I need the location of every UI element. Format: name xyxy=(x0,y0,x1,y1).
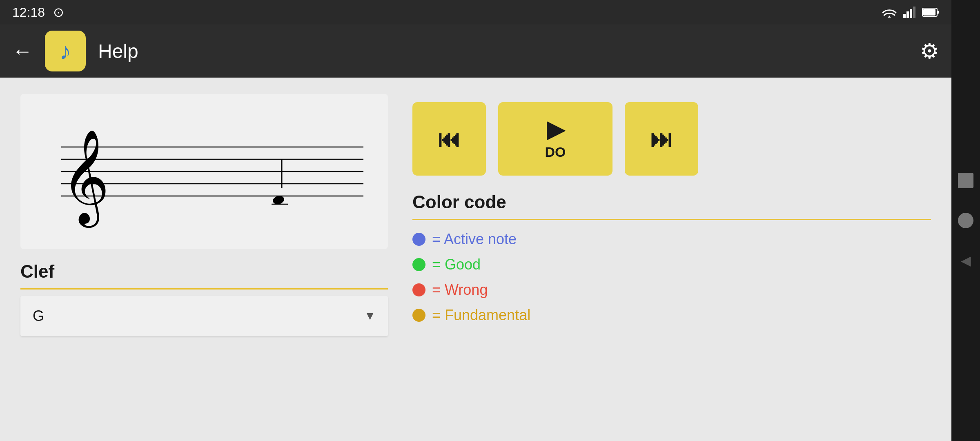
right-panel: ⏮ ▶ DO ⏭ Color code = Active note xyxy=(412,94,931,425)
label-fundamental: = Fundamental xyxy=(432,307,530,324)
main-screen: 12:18 ⊙ ← xyxy=(0,0,951,441)
label-active: = Active note xyxy=(432,231,517,248)
dot-fundamental xyxy=(412,309,425,322)
label-wrong: = Wrong xyxy=(432,281,488,298)
label-good: = Good xyxy=(432,256,481,273)
status-time: 12:18 xyxy=(12,5,45,20)
color-code-divider xyxy=(412,219,931,220)
left-panel: 𝄞 Clef G ▼ xyxy=(20,94,388,425)
next-icon: ⏭ xyxy=(650,126,673,152)
next-button[interactable]: ⏭ xyxy=(625,102,698,176)
back-button[interactable]: ← xyxy=(12,39,33,63)
android-nav: ◀ xyxy=(951,0,980,441)
status-bar: 12:18 ⊙ xyxy=(0,0,951,24)
signal-icon xyxy=(903,7,915,18)
svg-rect-2 xyxy=(910,9,912,18)
main-content: 𝄞 Clef G ▼ xyxy=(0,78,951,441)
color-code-items: = Active note = Good = Wrong = Fundament… xyxy=(412,227,931,324)
status-left: 12:18 ⊙ xyxy=(12,4,64,20)
music-staff: 𝄞 xyxy=(29,110,380,233)
color-code-title: Color code xyxy=(412,192,931,212)
color-item-wrong: = Wrong xyxy=(412,281,931,298)
app-bar: ← ♪ Help xyxy=(0,24,951,78)
svg-text:𝄞: 𝄞 xyxy=(61,131,109,228)
settings-button[interactable] xyxy=(920,39,939,63)
clef-divider xyxy=(20,288,388,290)
prev-icon: ⏮ xyxy=(438,126,461,152)
prev-button[interactable]: ⏮ xyxy=(412,102,486,176)
dropdown-arrow-icon: ▼ xyxy=(364,310,376,323)
nav-back-button[interactable]: ◀ xyxy=(961,253,971,268)
status-badge-icon: ⊙ xyxy=(53,4,64,20)
play-button[interactable]: ▶ DO xyxy=(498,102,612,176)
nav-square-button[interactable] xyxy=(958,173,973,188)
color-code-section: Color code = Active note = Good = Wrong xyxy=(412,192,931,324)
app-bar-title: Help xyxy=(98,40,138,62)
wifi-icon xyxy=(882,7,897,18)
play-note-label: DO xyxy=(545,144,566,160)
clef-section-title: Clef xyxy=(20,261,388,282)
color-item-fundamental: = Fundamental xyxy=(412,307,931,324)
color-item-good: = Good xyxy=(412,256,931,273)
clef-selected-value: G xyxy=(33,307,44,325)
svg-rect-1 xyxy=(906,11,909,18)
svg-rect-5 xyxy=(937,11,939,14)
color-item-active: = Active note xyxy=(412,231,931,248)
dot-active xyxy=(412,233,425,246)
battery-icon xyxy=(922,8,939,17)
app-icon: ♪ xyxy=(45,31,86,71)
svg-rect-6 xyxy=(923,9,935,16)
status-right xyxy=(882,7,939,18)
clef-dropdown[interactable]: G ▼ xyxy=(20,296,388,336)
dot-good xyxy=(412,258,425,271)
svg-rect-0 xyxy=(903,14,906,18)
clef-section: Clef G ▼ xyxy=(20,261,388,336)
play-icon: ▶ xyxy=(547,118,564,141)
nav-home-button[interactable] xyxy=(958,213,973,228)
dot-wrong xyxy=(412,283,425,296)
svg-rect-3 xyxy=(913,7,915,18)
playback-controls: ⏮ ▶ DO ⏭ xyxy=(412,94,931,176)
staff-area: 𝄞 xyxy=(20,94,388,249)
